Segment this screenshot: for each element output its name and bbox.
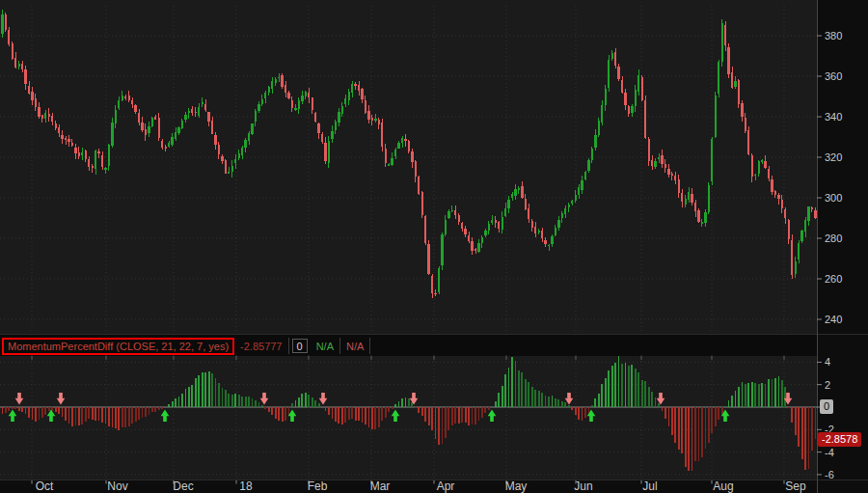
current-value-badge: -2.8578 [818, 432, 861, 447]
candle-body [434, 293, 436, 295]
histogram-bar [545, 396, 547, 407]
indicator-label[interactable]: MomentumPercentDiff (CLOSE, 21, 22, 7, y… [2, 338, 234, 355]
histogram-bar [35, 407, 37, 422]
candle-body [351, 84, 353, 92]
histogram-bar [28, 407, 30, 418]
candle-body [312, 97, 313, 110]
histogram-bar [578, 407, 580, 420]
candle-body [731, 72, 733, 88]
candle-body [598, 121, 600, 135]
histogram-bar [461, 407, 463, 423]
chart-canvas[interactable]: 38036034032030028026024042-2-4-6OctNovDe… [0, 0, 868, 493]
candle-body [131, 100, 133, 104]
histogram-bar [325, 407, 327, 411]
histogram-bar [742, 382, 744, 407]
candle-body [415, 161, 417, 177]
histogram-bar [172, 401, 174, 407]
candle-body [727, 47, 729, 74]
histogram-bar [368, 407, 370, 427]
histogram-bar [145, 407, 147, 417]
histogram-bar [454, 407, 456, 424]
candle-body [795, 261, 797, 274]
histogram-bar [204, 372, 206, 407]
histogram-bar [225, 390, 227, 407]
histogram-bar [305, 393, 307, 407]
candle-body [685, 199, 687, 205]
histogram-bar [674, 407, 676, 443]
histogram-bar [731, 396, 733, 407]
histogram-bar [21, 407, 23, 412]
histogram-bar [208, 371, 210, 407]
histogram-bar [264, 407, 266, 409]
candle-body [721, 23, 723, 62]
candle-body [561, 213, 563, 218]
histogram-bar [552, 396, 554, 407]
candle-body [354, 84, 356, 86]
candle-body [21, 64, 23, 69]
candle-body [631, 106, 633, 113]
candle-body [768, 169, 770, 178]
histogram-bar [51, 407, 53, 411]
histogram-bar [268, 407, 270, 412]
candle-body [814, 210, 816, 218]
month-label: Sep [785, 479, 806, 493]
candle-body [367, 111, 369, 120]
histogram-bar [637, 372, 639, 407]
candle-body [214, 135, 216, 145]
month-label: Dec [173, 479, 193, 493]
candle-body [158, 118, 160, 139]
histogram-bar [108, 407, 110, 426]
month-label: Mar [370, 479, 391, 493]
histogram-bar [791, 407, 793, 423]
histogram-bar [511, 357, 513, 407]
candle-body [81, 152, 83, 155]
histogram-bar [438, 407, 440, 445]
histogram-bar [468, 407, 470, 425]
histogram-bar [698, 407, 700, 461]
candle-body [502, 217, 503, 230]
candle-body [285, 85, 286, 93]
month-label: Oct [36, 479, 54, 493]
histogram-bar [705, 407, 707, 449]
candle-body [181, 121, 183, 128]
histogram-bar [261, 405, 263, 407]
candle-body [118, 100, 120, 108]
momentum-axis-label: 4 [825, 356, 830, 368]
candle-body [294, 108, 296, 110]
candle-body [141, 123, 143, 131]
histogram-bar [122, 407, 123, 427]
histogram-bar [784, 387, 786, 407]
price-axis-label: 320 [825, 151, 842, 163]
candle-body [715, 96, 717, 137]
candle-body [331, 131, 333, 139]
candle-body [341, 106, 343, 114]
histogram-bar [335, 407, 337, 422]
histogram-bar [778, 376, 780, 407]
candle-body [718, 62, 719, 94]
candle-body [122, 96, 123, 100]
candle-body [635, 90, 637, 106]
candle-body [614, 52, 616, 67]
candle-body [811, 207, 813, 209]
histogram-bar [75, 407, 77, 425]
candle-body [521, 186, 523, 198]
histogram-bar [557, 399, 559, 407]
histogram-bar [484, 407, 486, 413]
histogram-bar [362, 407, 364, 423]
momentum-axis-label: 2 [825, 379, 830, 391]
candle-body [151, 118, 153, 125]
histogram-bar [344, 407, 346, 423]
histogram-bar [39, 407, 41, 420]
histogram-bar [631, 365, 633, 407]
candle-body [694, 203, 696, 211]
histogram-bar [481, 407, 483, 418]
price-axis-label: 240 [825, 314, 842, 325]
histogram-bar [71, 407, 73, 426]
zero-axis-badge: 0 [820, 399, 833, 414]
histogram-bar [234, 394, 236, 407]
candle-body [358, 85, 360, 91]
candle-body [538, 231, 540, 233]
histogram-bar [738, 387, 740, 407]
candle-body [255, 111, 257, 122]
momentum-axis-label: -6 [825, 469, 834, 480]
